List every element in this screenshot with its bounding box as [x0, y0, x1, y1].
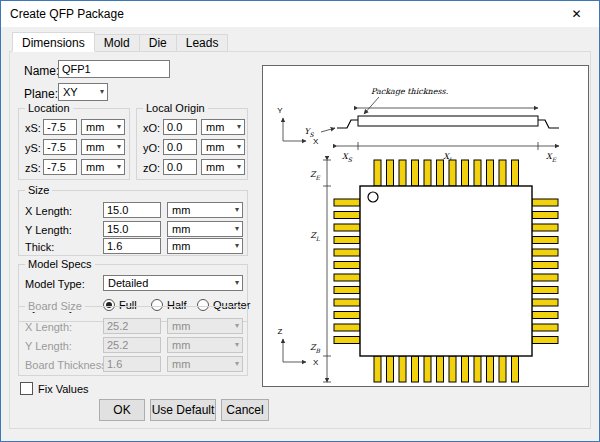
model-specs-group-title: Model Specs — [25, 258, 95, 270]
plane-label: Plane: — [24, 87, 58, 101]
dropdown-icon: ▾ — [235, 322, 239, 330]
axis-z-label: Z — [278, 327, 283, 336]
package-side-view: Package thickness. YS XS XL XE — [304, 87, 559, 163]
use-default-button[interactable]: Use Default — [150, 399, 216, 421]
plane-select[interactable]: XY ▾ — [58, 83, 108, 101]
local-origin-group-title: Local Origin — [143, 102, 208, 114]
xs-unit-select[interactable]: mm ▾ — [81, 119, 125, 135]
ys-label: yS: — [25, 142, 41, 154]
model-type-value: Detailed — [108, 277, 148, 289]
gullwing-lead-right — [538, 120, 559, 128]
size-y-length-unit-value: mm — [172, 223, 190, 235]
dim-ze-label: ZE — [310, 170, 321, 181]
yo-unit-select[interactable]: mm ▾ — [201, 139, 245, 155]
left-leads — [334, 199, 360, 344]
dim-xe-label: XE — [546, 152, 557, 163]
zs-unit-select[interactable]: mm ▾ — [81, 159, 125, 175]
board-thickness-unit-select: mm ▾ — [167, 356, 243, 372]
size-y-length-label: Y Length: — [25, 224, 72, 236]
size-x-length-unit-select[interactable]: mm ▾ — [167, 202, 243, 218]
board-y-length-unit-select: mm ▾ — [167, 337, 243, 353]
dim-zl-label: ZL — [310, 231, 321, 242]
dropdown-icon: ▾ — [117, 163, 121, 171]
model-type-select[interactable]: Detailed ▾ — [103, 275, 243, 291]
size-group-title: Size — [25, 184, 52, 196]
size-group: Size X Length: mm ▾ Y Length: mm ▾ Thick… — [18, 190, 248, 256]
board-x-length-unit-select: mm ▾ — [167, 318, 243, 334]
close-button[interactable]: ✕ — [554, 1, 599, 27]
xo-input[interactable] — [163, 119, 197, 135]
yo-input[interactable] — [163, 139, 197, 155]
zo-label: zO: — [143, 162, 160, 174]
dropdown-icon: ▾ — [100, 88, 104, 96]
dropdown-icon: ▾ — [235, 279, 239, 287]
zo-unit-value: mm — [206, 161, 224, 173]
dropdown-icon: ▾ — [235, 341, 239, 349]
xs-input[interactable] — [43, 119, 77, 135]
tab-leads[interactable]: Leads — [177, 34, 229, 52]
tab-dimensions[interactable]: Dimensions — [12, 32, 95, 52]
size-x-length-label: X Length: — [25, 205, 72, 217]
plane-value: XY — [63, 86, 78, 98]
size-thick-unit-value: mm — [172, 240, 190, 252]
dropdown-icon: ▾ — [235, 206, 239, 214]
dim-xs-label: XS — [342, 152, 353, 163]
name-input[interactable] — [58, 60, 170, 78]
tab-die[interactable]: Die — [140, 34, 177, 52]
package-body-top — [360, 186, 532, 356]
board-x-length-unit-value: mm — [172, 320, 190, 332]
board-y-length-input — [103, 337, 161, 353]
dim-zb-label: ZB — [310, 343, 321, 354]
yo-label: yO: — [143, 142, 160, 154]
board-y-length-unit-value: mm — [172, 339, 190, 351]
zo-unit-select[interactable]: mm ▾ — [201, 159, 245, 175]
dropdown-icon: ▾ — [237, 163, 241, 171]
zs-input[interactable] — [43, 159, 77, 175]
name-label: Name: — [24, 64, 59, 78]
dropdown-icon: ▾ — [237, 143, 241, 151]
top-leads — [374, 160, 519, 186]
zo-input[interactable] — [163, 159, 197, 175]
size-thick-input[interactable] — [103, 238, 161, 254]
gullwing-lead-left — [337, 120, 358, 128]
xo-label: xO: — [143, 122, 160, 134]
ys-input[interactable] — [43, 139, 77, 155]
package-thickness-label: Package thickness. — [371, 87, 448, 96]
qfp-diagram-panel: Y X Package thickness. YS XS — [262, 65, 589, 387]
size-thick-unit-select[interactable]: mm ▾ — [167, 238, 243, 254]
tab-page-dimensions: Name: Plane: XY ▾ Location xS: mm ▾ yS: … — [9, 51, 591, 429]
window-title: Create QFP Package — [1, 7, 124, 21]
axis-x-label-top: X — [313, 137, 319, 146]
dropdown-icon: ▾ — [235, 225, 239, 233]
vertical-dimensions: ZE ZL ZB — [310, 160, 331, 382]
close-icon: ✕ — [571, 7, 581, 21]
dropdown-icon: ▾ — [117, 123, 121, 131]
size-thick-label: Thick: — [25, 241, 54, 253]
xo-unit-select[interactable]: mm ▾ — [201, 119, 245, 135]
location-group: Location xS: mm ▾ yS: mm ▾ zS: mm ▾ — [18, 108, 130, 180]
size-y-length-input[interactable] — [103, 221, 161, 237]
size-y-length-unit-select[interactable]: mm ▾ — [167, 221, 243, 237]
cancel-button[interactable]: Cancel — [221, 399, 269, 421]
board-x-length-input — [103, 318, 161, 334]
tab-mold[interactable]: Mold — [95, 34, 140, 52]
create-qfp-package-dialog: Create QFP Package ✕ Dimensions Mold Die… — [0, 0, 600, 442]
board-thickness-label: Board Thickness: — [25, 359, 110, 371]
size-x-length-input[interactable] — [103, 202, 161, 218]
ok-button[interactable]: OK — [99, 399, 145, 421]
size-x-length-unit-value: mm — [172, 204, 190, 216]
board-size-group-title: Board Size — [25, 300, 85, 312]
checkbox-icon — [20, 382, 33, 395]
location-group-title: Location — [25, 102, 73, 114]
tab-strip: Dimensions Mold Die Leads — [12, 32, 228, 52]
ys-unit-select[interactable]: mm ▾ — [81, 139, 125, 155]
bottom-leads — [374, 356, 519, 382]
ys-unit-value: mm — [86, 141, 104, 153]
package-body-side — [358, 116, 538, 126]
dim-ys-label: YS — [304, 127, 314, 138]
pin1-marker — [368, 192, 378, 202]
local-origin-group: Local Origin xO: mm ▾ yO: mm ▾ zO: mm ▾ — [136, 108, 248, 180]
board-x-length-label: X Length: — [25, 321, 72, 333]
xo-unit-value: mm — [206, 121, 224, 133]
fix-values-checkbox[interactable]: Fix Values — [20, 382, 89, 395]
